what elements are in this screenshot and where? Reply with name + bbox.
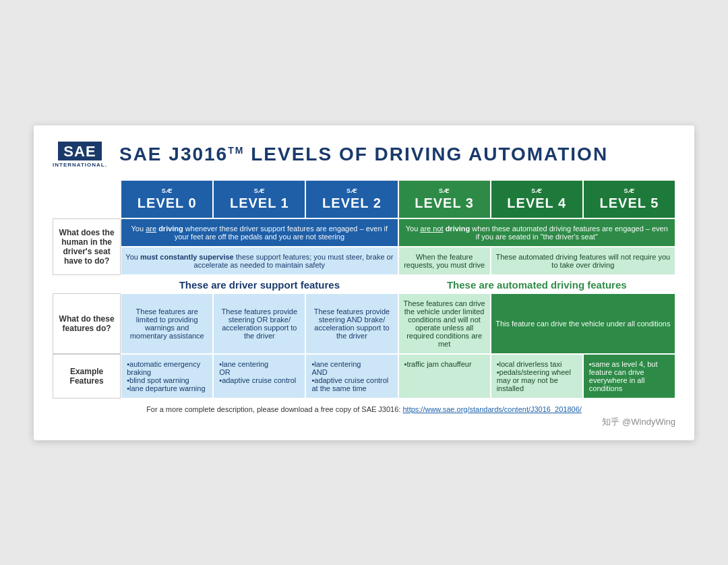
feat2-cell: These features provide steering AND brak… <box>305 293 398 354</box>
level4-num: LEVEL 4 <box>507 196 566 210</box>
you-are-driving-cell: You are driving whenever these driver su… <box>121 218 398 247</box>
driver-support-label: These are driver support features <box>121 275 398 293</box>
ex3-cell: •traffic jam chauffeur <box>398 354 491 398</box>
sae-logo-sub: INTERNATIONAL. <box>53 162 107 168</box>
section-label-row: These are driver support features These … <box>53 275 675 293</box>
sae-logo-text: SAE <box>63 143 96 160</box>
feat0-cell: These features are limited to providing … <box>121 293 213 354</box>
title-sup: TM <box>228 145 244 156</box>
you-are-not-driving-cell: You are not driving when these automated… <box>398 218 675 247</box>
ex5-cell: •same as level 4, but feature can drive … <box>583 354 675 398</box>
when-feature-requests-cell: When the feature requests, you must driv… <box>398 247 491 275</box>
when-feature-requests-text: When the feature requests, you must driv… <box>404 253 485 269</box>
level2-num: LEVEL 2 <box>322 196 382 210</box>
level0-num: LEVEL 0 <box>138 196 197 210</box>
sae-level3-logo: SÆ <box>403 187 486 194</box>
page-title: SAE J3016TM LEVELS OF DRIVING AUTOMATION <box>119 144 608 165</box>
row1-label: What does the human in the driver's seat… <box>53 218 121 275</box>
level2-header: SÆ LEVEL 2 <box>305 180 398 218</box>
level4-header: SÆ LEVEL 4 <box>491 180 583 218</box>
title-j3016: SAE J3016 <box>119 144 228 165</box>
human-row2: You must constantly supervise these supp… <box>53 247 675 275</box>
empty-header-cell <box>53 180 121 218</box>
features-row: What do these features do? These feature… <box>53 293 675 354</box>
section-empty <box>53 275 121 293</box>
ex2-cell: •lane centering AND •adaptive cruise con… <box>305 354 398 398</box>
level5-header: SÆ LEVEL 5 <box>583 180 675 218</box>
level1-header: SÆ LEVEL 1 <box>213 180 305 218</box>
level-header-row: SÆ LEVEL 0 SÆ LEVEL 1 SÆ LEVEL 2 SÆ LEVE… <box>53 180 675 218</box>
sae-level5-logo: SÆ <box>588 187 671 194</box>
human-row1: What does the human in the driver's seat… <box>53 218 675 247</box>
you-are-driving-text: You are driving whenever these driver su… <box>131 225 388 241</box>
level5-num: LEVEL 5 <box>600 196 659 210</box>
sae-level2-logo: SÆ <box>310 187 393 194</box>
sae-level4-logo: SÆ <box>495 187 578 194</box>
sae-logo-box: SAE <box>58 142 101 160</box>
footer-text: For a more complete description, please … <box>146 405 402 413</box>
feat1-cell: These features provide steering OR brake… <box>213 293 305 354</box>
feat3-cell: These features can drive the vehicle und… <box>398 293 491 354</box>
level1-num: LEVEL 1 <box>230 196 289 210</box>
header: SAE INTERNATIONAL. SAE J3016TM LEVELS OF… <box>53 142 675 168</box>
ex4-cell: •local driverless taxi •pedals/steering … <box>491 354 583 398</box>
sae-level1-logo: SÆ <box>218 187 301 194</box>
level3-header: SÆ LEVEL 3 <box>398 180 491 218</box>
examples-label: Example Features <box>53 354 121 398</box>
must-supervise-text: You must constantly supervise these supp… <box>125 253 393 269</box>
ex1-cell: •lane centering OR •adaptive cruise cont… <box>213 354 305 398</box>
features-label: What do these features do? <box>53 293 121 354</box>
must-supervise-cell: You must constantly supervise these supp… <box>121 247 398 275</box>
level0-header: SÆ LEVEL 0 <box>121 180 213 218</box>
sae-logo: SAE INTERNATIONAL. <box>53 142 107 168</box>
footer: For a more complete description, please … <box>53 405 675 413</box>
you-are-not-driving-text: You are not driving when these automated… <box>406 225 668 241</box>
footer-link[interactable]: https://www.sae.org/standards/content/J3… <box>402 405 581 413</box>
automated-driving-label: These are automated driving features <box>398 275 675 293</box>
examples-row: Example Features •automatic emergency br… <box>53 354 675 398</box>
main-table: SÆ LEVEL 0 SÆ LEVEL 1 SÆ LEVEL 2 SÆ LEVE… <box>53 180 675 398</box>
sae-level0-logo: SÆ <box>125 187 208 194</box>
title-rest: LEVELS OF DRIVING AUTOMATION <box>244 144 608 165</box>
level3-num: LEVEL 3 <box>415 196 474 210</box>
no-takeover-cell: These automated driving features will no… <box>491 247 675 275</box>
feat45-cell: This feature can drive the vehicle under… <box>491 293 675 354</box>
main-card: SAE INTERNATIONAL. SAE J3016TM LEVELS OF… <box>34 125 694 440</box>
ex0-cell: •automatic emergency braking •blind spot… <box>121 354 213 398</box>
watermark: 知乎 @WindyWing <box>53 416 675 428</box>
no-takeover-text: These automated driving features will no… <box>496 253 671 269</box>
